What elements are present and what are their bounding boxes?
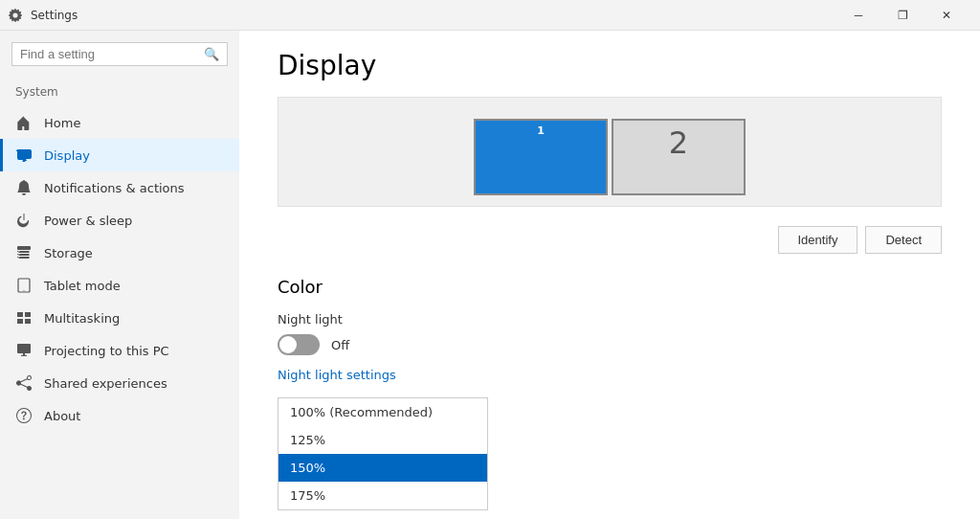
sidebar-label-projecting: Projecting to this PC [44, 344, 169, 358]
scale-dropdown: 100% (Recommended) 125% 150% 175% [278, 397, 488, 510]
sidebar-label-shared: Shared experiences [44, 376, 167, 391]
sidebar-label-multitasking: Multitasking [44, 311, 120, 326]
multitasking-icon [15, 309, 33, 327]
scale-option-100[interactable]: 100% (Recommended) [278, 398, 487, 426]
shared-icon [15, 374, 33, 392]
search-input[interactable] [20, 47, 198, 61]
sidebar-item-shared[interactable]: Shared experiences [0, 367, 239, 399]
sidebar-item-about[interactable]: About [0, 399, 239, 432]
notifications-icon [15, 179, 33, 196]
monitor-preview: 1 2 [278, 97, 942, 207]
restore-button[interactable]: ❐ [880, 0, 924, 31]
detect-button[interactable]: Detect [865, 226, 942, 254]
app-body: 🔍 System Home Display Notifications & ac… [0, 31, 980, 519]
toggle-row: Off [278, 334, 942, 355]
search-icon: 🔍 [204, 47, 219, 61]
sidebar-label-power: Power & sleep [44, 214, 132, 228]
screen-label-1: 1 [537, 124, 545, 137]
sidebar-label-about: About [44, 409, 80, 423]
titlebar-left: Settings [8, 8, 78, 23]
night-light-label: Night light [278, 312, 942, 327]
sidebar-item-display[interactable]: Display [0, 139, 239, 171]
toggle-knob [279, 336, 297, 353]
sidebar-label-home: Home [44, 116, 80, 130]
sidebar-item-multitasking[interactable]: Multitasking [0, 302, 239, 334]
screen-2: 2 [612, 119, 746, 195]
search-box[interactable]: 🔍 [11, 42, 228, 66]
sidebar-label-notifications: Notifications & actions [44, 181, 185, 195]
projecting-icon [15, 342, 33, 359]
titlebar-controls: ─ ❐ ✕ [836, 0, 969, 31]
scale-option-125[interactable]: 125% [278, 426, 487, 454]
page-title: Display [278, 50, 942, 81]
display-icon [15, 147, 33, 164]
scale-option-175[interactable]: 175% [278, 482, 487, 509]
sidebar-label-display: Display [44, 148, 90, 163]
sidebar-item-power[interactable]: Power & sleep [0, 204, 239, 237]
night-light-toggle[interactable] [278, 334, 320, 355]
toggle-status: Off [331, 338, 349, 352]
sidebar-section-label: System [0, 81, 239, 106]
main-content: Display 1 2 Identify Detect Color Night … [239, 31, 980, 519]
night-light-settings-link[interactable]: Night light settings [278, 368, 396, 382]
color-section-title: Color [278, 277, 942, 297]
minimize-button[interactable]: ─ [836, 0, 880, 31]
power-icon [15, 212, 33, 229]
titlebar: Settings ─ ❐ ✕ [0, 0, 980, 31]
about-icon [15, 407, 33, 424]
color-section: Color Night light Off Night light settin… [278, 277, 942, 519]
sidebar-item-home[interactable]: Home [0, 106, 239, 139]
sidebar: 🔍 System Home Display Notifications & ac… [0, 31, 239, 519]
identify-button[interactable]: Identify [778, 226, 858, 254]
screen-1: 1 [474, 119, 608, 195]
sidebar-item-storage[interactable]: Storage [0, 237, 239, 269]
svg-rect-0 [18, 279, 30, 292]
button-row: Identify Detect [278, 226, 942, 254]
sidebar-item-projecting[interactable]: Projecting to this PC [0, 334, 239, 367]
tablet-icon [15, 277, 33, 294]
settings-icon [8, 8, 23, 23]
sidebar-item-tablet[interactable]: Tablet mode [0, 269, 239, 302]
sidebar-item-notifications[interactable]: Notifications & actions [0, 171, 239, 204]
home-icon [15, 114, 33, 131]
sidebar-label-tablet: Tablet mode [44, 279, 121, 293]
sidebar-label-storage: Storage [44, 246, 93, 260]
app-title: Settings [31, 9, 78, 22]
scale-option-150[interactable]: 150% [278, 454, 487, 482]
monitor-screens: 1 2 [474, 119, 746, 195]
storage-icon [15, 244, 33, 261]
close-button[interactable]: ✕ [924, 0, 969, 31]
scale-section: 100% (Recommended) 125% 150% 175% ems [278, 397, 942, 510]
